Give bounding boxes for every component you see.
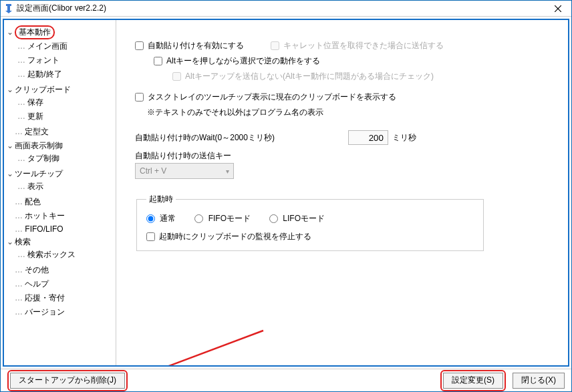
tree-item-label[interactable]: メイン画面 (27, 41, 67, 51)
tree-item[interactable]: … ヘルプ (7, 277, 113, 291)
tree-item[interactable]: … FIFO/LIFO (7, 223, 113, 235)
tree-item[interactable]: … 配色 (7, 195, 113, 209)
tree-item-label[interactable]: その他 (25, 265, 49, 274)
close-icon (555, 5, 561, 12)
caret-send-checkbox (271, 41, 279, 50)
svg-rect-1 (7, 6, 10, 11)
auto-paste-label: 自動貼り付けを有効にする (148, 40, 244, 51)
svg-line-4 (130, 331, 263, 367)
tree-item-label[interactable]: 検索 (15, 237, 31, 246)
startup-fifo-radio[interactable]: FIFOモード (194, 213, 251, 224)
tree-item[interactable]: … タブ制御 (17, 152, 113, 166)
wait-unit: ミリ秒 (392, 132, 416, 144)
tree-item[interactable]: … 検索ボックス (17, 248, 113, 262)
tree-leaf-icon: … (17, 55, 27, 65)
app-icon (3, 3, 14, 14)
alt-keyup-label: Altキーアップを送信しない(Altキー動作に問題がある場合にチェック) (185, 71, 434, 82)
tree-item-label[interactable]: クリップボード (15, 85, 71, 94)
startup-legend: 起動時 (146, 194, 176, 205)
wait-input[interactable] (348, 130, 388, 145)
chevron-down-icon[interactable]: ⌄ (7, 237, 15, 246)
content-panel: 自動貼り付けを有効にする キャレット位置を取得できた場合に送信する Altキーを… (116, 20, 568, 365)
tree-item-label[interactable]: ヘルプ (25, 279, 49, 288)
chevron-down-icon[interactable]: ⌄ (7, 85, 15, 94)
tree-leaf-icon: … (17, 97, 27, 107)
tree-item-label[interactable]: FIFO/LIFO (25, 224, 63, 234)
tree-item-label[interactable]: 定型文 (25, 127, 49, 136)
close-window-button[interactable] (545, 1, 571, 17)
alt-reverse-checkbox[interactable] (154, 57, 162, 65)
tree-item-label[interactable]: ツールチップ (15, 169, 63, 178)
tree-item[interactable]: … 起動/終了 (17, 67, 113, 81)
annotation-ring-apply: 設定変更(S) (440, 370, 506, 391)
tree-item[interactable]: … 更新 (17, 110, 113, 124)
tree-item[interactable]: ⌄画面表示制御… タブ制御 (7, 139, 113, 167)
chevron-down-icon[interactable]: ⌄ (7, 169, 15, 178)
tree-item[interactable]: … その他 (7, 263, 113, 277)
tree-item-label[interactable]: フォント (27, 55, 59, 65)
tree-leaf-icon: … (15, 197, 25, 206)
annotation-ring-tree: 基本動作 (15, 25, 55, 39)
tasktray-tooltip-label: タスクトレイのツールチップ表示に現在のクリップボードを表示する (148, 91, 396, 103)
tree-item-label[interactable]: 基本動作 (19, 27, 51, 37)
tree-item[interactable]: ⌄検索… 検索ボックス (7, 235, 113, 263)
stop-monitor-checkbox[interactable] (146, 232, 155, 241)
tree-item-label[interactable]: 配色 (25, 197, 41, 206)
tree-item-label[interactable]: 起動/終了 (27, 69, 61, 79)
tree-item[interactable]: … ホットキー (7, 209, 113, 223)
sendkey-combo[interactable]: Ctrl + V ▾ (135, 163, 234, 179)
tree-item[interactable]: … 応援・寄付 (7, 291, 113, 305)
tree-leaf-icon: … (17, 154, 27, 163)
wait-label: 自動貼り付け時のWait(0～2000ミリ秒) (135, 132, 275, 144)
tree-item[interactable]: … メイン画面 (17, 39, 113, 53)
tasktray-note: ※テキストのみでそれ以外はプログラム名の表示 (147, 107, 549, 118)
tree-item-label[interactable]: 保存 (27, 97, 43, 107)
tree-item-label[interactable]: 更新 (27, 112, 43, 121)
tree-leaf-icon: … (15, 224, 25, 234)
tree-item[interactable]: … フォント (17, 53, 113, 67)
apply-button[interactable]: 設定変更(S) (443, 373, 503, 389)
chevron-down-icon[interactable]: ⌄ (7, 27, 15, 37)
tree-item-label[interactable]: バージョン (25, 307, 65, 317)
sendkey-value: Ctrl + V (140, 166, 166, 176)
tree-item[interactable]: … 保存 (17, 95, 113, 110)
footer: スタートアップから削除(J) 設定変更(S) 閉じる(X) (1, 369, 571, 391)
caret-send-label: キャレット位置を取得できた場合に送信する (283, 40, 444, 51)
settings-window: 設定画面(Clibor ver2.2.2) ⌄基本動作… メイン画面… フォント… (0, 0, 572, 392)
tree-leaf-icon: … (17, 250, 27, 259)
tree-leaf-icon: … (15, 307, 25, 317)
annotation-arrow (110, 327, 283, 367)
settings-tree[interactable]: ⌄基本動作… メイン画面… フォント… 起動/終了⌄クリップボード… 保存… 更… (7, 24, 113, 319)
tasktray-tooltip-checkbox[interactable] (135, 93, 144, 102)
tree-item[interactable]: ⌄基本動作… メイン画面… フォント… 起動/終了 (7, 24, 113, 83)
chevron-down-icon[interactable]: ⌄ (7, 141, 15, 150)
stop-monitor-label: 起動時にクリップボードの監視を停止する (159, 231, 311, 242)
sendkey-label: 自動貼り付け時の送信キー (135, 150, 549, 162)
tree-leaf-icon: … (17, 69, 27, 79)
tree-item-label[interactable]: タブ制御 (27, 154, 59, 163)
tree-item[interactable]: ⌄クリップボード… 保存… 更新 (7, 83, 113, 125)
sidebar: ⌄基本動作… メイン画面… フォント… 起動/終了⌄クリップボード… 保存… 更… (4, 20, 116, 365)
tree-leaf-icon: … (15, 127, 25, 136)
annotation-ring-startup: スタートアップから削除(J) (7, 370, 128, 391)
startup-delete-button[interactable]: スタートアップから削除(J) (10, 373, 125, 389)
tree-item-label[interactable]: 検索ボックス (27, 250, 76, 259)
tree-leaf-icon: … (17, 182, 27, 191)
tree-leaf-icon: … (17, 41, 27, 51)
startup-lifo-radio[interactable]: LIFOモード (269, 213, 325, 224)
startup-normal-radio[interactable]: 通常 (146, 213, 176, 224)
tree-item[interactable]: ⌄ツールチップ… 表示 (7, 167, 113, 195)
titlebar: 設定画面(Clibor ver2.2.2) (1, 1, 571, 17)
tree-item-label[interactable]: 応援・寄付 (25, 293, 65, 303)
alt-keyup-checkbox (172, 72, 181, 81)
tree-leaf-icon: … (17, 112, 27, 121)
auto-paste-checkbox[interactable] (135, 41, 144, 50)
tree-item-label[interactable]: 画面表示制御 (15, 141, 63, 150)
alt-reverse-label: Altキーを押しながら選択で逆の動作をする (166, 55, 320, 67)
tree-item-label[interactable]: ホットキー (25, 211, 65, 220)
tree-item-label[interactable]: 表示 (27, 182, 43, 191)
tree-item[interactable]: … 表示 (17, 180, 113, 194)
tree-item[interactable]: … 定型文 (7, 125, 113, 139)
close-button[interactable]: 閉じる(X) (513, 373, 565, 389)
tree-item[interactable]: … バージョン (7, 305, 113, 319)
